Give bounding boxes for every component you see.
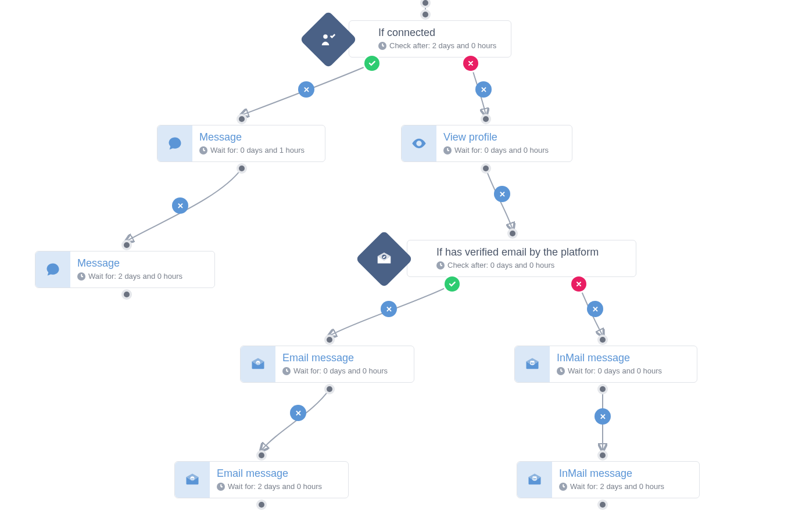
eye-icon: [402, 125, 436, 161]
node-subtitle: Wait for: 2 days and 0 hours: [217, 482, 340, 491]
port: [600, 452, 606, 458]
delete-edge-button[interactable]: [595, 408, 611, 425]
node-title: InMail message: [559, 468, 691, 480]
email-icon: @: [175, 462, 210, 498]
node-subtitle: Wait for: 2 days and 0 hours: [77, 272, 206, 281]
delete-edge-button[interactable]: [494, 186, 510, 202]
delete-edge-button[interactable]: [290, 405, 306, 421]
delete-edge-button[interactable]: [587, 301, 603, 317]
yes-branch-icon[interactable]: [364, 56, 379, 71]
condition-title: If connected: [378, 27, 500, 39]
svg-text:@: @: [256, 362, 260, 365]
condition-title: If has verified email by the platform: [436, 246, 625, 258]
node-subtitle: Wait for: 0 days and 1 hours: [199, 146, 317, 154]
delete-edge-button[interactable]: [298, 81, 314, 98]
condition-has-verified-email[interactable]: If has verified email by the platform Ch…: [407, 240, 636, 277]
message-icon: [157, 125, 192, 161]
svg-text:in: in: [531, 361, 534, 365]
action-inmail-node[interactable]: in InMail message Wait for: 2 days and 0…: [517, 461, 700, 498]
condition-subtitle: Check after: 2 days and 0 hours: [378, 41, 500, 50]
email-icon: @: [241, 346, 275, 382]
action-inmail-node[interactable]: in InMail message Wait for: 0 days and 0…: [514, 346, 697, 383]
node-subtitle: Wait for: 0 days and 0 hours: [443, 146, 564, 154]
node-subtitle: Wait for: 2 days and 0 hours: [559, 482, 691, 491]
clock-icon: [559, 483, 567, 491]
port-cond1-top: [422, 12, 428, 17]
action-email-node[interactable]: @ Email message Wait for: 0 days and 0 h…: [240, 346, 414, 383]
port: [239, 166, 245, 171]
port: [483, 116, 489, 122]
clock-icon: [217, 483, 225, 491]
workflow-canvas[interactable]: If connected Check after: 2 days and 0 h…: [0, 0, 795, 532]
condition-if-connected[interactable]: If connected Check after: 2 days and 0 h…: [349, 20, 511, 57]
port: [239, 116, 245, 122]
svg-point-1: [418, 142, 421, 145]
node-subtitle: Wait for: 0 days and 0 hours: [557, 366, 689, 375]
clock-icon: [378, 42, 386, 50]
port: [600, 502, 606, 508]
node-title: Email message: [217, 468, 340, 480]
port: [600, 386, 606, 392]
clock-icon: [436, 261, 445, 269]
no-branch-icon[interactable]: [571, 276, 586, 292]
delete-edge-button[interactable]: [172, 197, 188, 214]
clock-icon: [443, 146, 452, 154]
port: [327, 337, 332, 343]
svg-text:@: @: [191, 477, 194, 481]
clock-icon: [199, 146, 207, 154]
node-title: Message: [77, 257, 206, 269]
node-title: View profile: [443, 131, 564, 143]
svg-text:in: in: [533, 477, 536, 480]
action-view-profile-node[interactable]: View profile Wait for: 0 days and 0 hour…: [401, 125, 572, 162]
clock-icon: [282, 367, 291, 375]
node-title: Email message: [282, 352, 406, 364]
port: [483, 166, 489, 171]
action-message-node[interactable]: Message Wait for: 2 days and 0 hours: [35, 251, 215, 288]
delete-edge-button[interactable]: [475, 81, 492, 98]
condition-subtitle: Check after: 0 days and 0 hours: [436, 261, 625, 269]
port: [124, 242, 130, 248]
yes-branch-icon[interactable]: [445, 276, 460, 292]
condition-diamond-icon: [308, 19, 349, 60]
inmail-icon: in: [515, 346, 550, 382]
action-email-node[interactable]: @ Email message Wait for: 2 days and 0 h…: [174, 461, 349, 498]
action-message-node[interactable]: Message Wait for: 0 days and 1 hours: [157, 125, 325, 162]
port: [600, 337, 606, 343]
condition-diamond-icon: [364, 239, 404, 279]
svg-point-0: [323, 34, 328, 39]
port: [259, 502, 264, 508]
port: [259, 452, 264, 458]
port-start: [422, 0, 428, 6]
delete-edge-button[interactable]: [381, 301, 397, 317]
node-subtitle: Wait for: 0 days and 0 hours: [282, 366, 406, 375]
node-title: Message: [199, 131, 317, 143]
message-icon: [35, 251, 70, 287]
no-branch-icon[interactable]: [463, 56, 478, 71]
port: [327, 386, 332, 392]
node-title: InMail message: [557, 352, 689, 364]
clock-icon: [77, 272, 85, 281]
port: [510, 231, 515, 236]
port: [124, 292, 130, 297]
inmail-icon: in: [517, 462, 552, 498]
clock-icon: [557, 367, 565, 375]
